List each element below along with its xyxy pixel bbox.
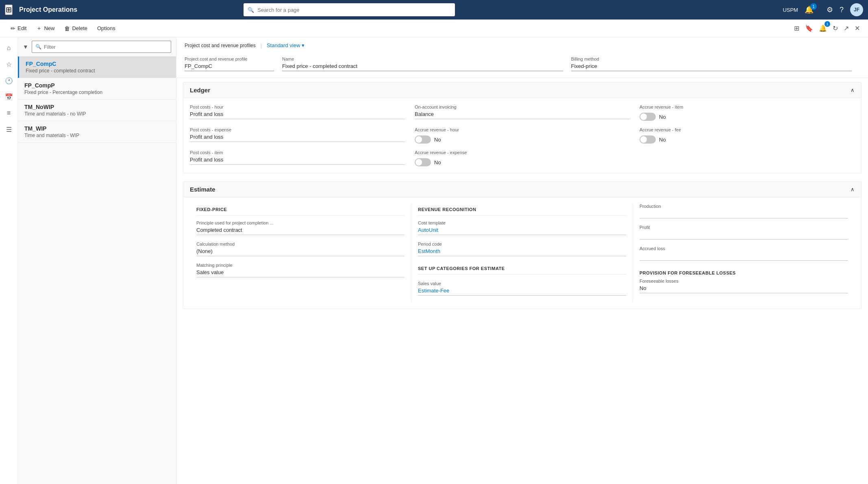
accrue-revenue-item-toggle-row: No bbox=[640, 113, 855, 121]
avatar[interactable]: JF bbox=[850, 3, 863, 16]
accrue-revenue-item-field: Accrue revenue - item No bbox=[640, 105, 855, 121]
post-costs-hour-field: Post costs - hour Profit and loss bbox=[190, 105, 405, 121]
open-external-icon[interactable]: ↗ bbox=[842, 23, 851, 34]
sidebar-list: FP_CompC Fixed price - completed contrac… bbox=[18, 57, 176, 484]
sidebar-item-fp-compp[interactable]: FP_CompP Fixed price - Percentage comple… bbox=[18, 78, 176, 100]
close-icon[interactable]: ✕ bbox=[853, 23, 861, 34]
filter-input[interactable] bbox=[44, 44, 168, 50]
sidebar: ▼ 🔍 FP_CompC Fixed price - completed con… bbox=[18, 37, 176, 484]
username-label: USPM bbox=[783, 7, 798, 13]
ledger-grid: Post costs - hour Profit and loss On-acc… bbox=[190, 105, 855, 166]
ledger-section-header[interactable]: Ledger ∧ bbox=[183, 83, 861, 98]
fixed-price-col: FIXED-PRICE Principle used for project c… bbox=[190, 204, 411, 302]
name-field: Name Fixed price - completed contract bbox=[282, 54, 571, 74]
profit-field: Profit bbox=[640, 225, 848, 240]
options-button[interactable]: Options bbox=[93, 23, 120, 34]
search-bar[interactable]: 🔍 bbox=[244, 3, 455, 16]
accrue-revenue-hour-field: Accrue revenue - hour No bbox=[415, 127, 630, 144]
ledger-section: Ledger ∧ Post costs - hour Profit and lo… bbox=[183, 82, 861, 173]
estimate-collapse-icon: ∧ bbox=[851, 186, 855, 192]
nav-star-icon[interactable]: ☆ bbox=[2, 57, 16, 72]
cost-template-field: Cost template AutoUnit bbox=[418, 220, 626, 235]
accrue-revenue-hour-toggle[interactable] bbox=[415, 135, 431, 144]
grid-menu-icon[interactable]: ⊞ bbox=[5, 4, 13, 15]
nav-menu-icon[interactable]: ☰ bbox=[2, 122, 16, 137]
filter-input-wrapper[interactable]: 🔍 bbox=[32, 41, 171, 53]
edit-button[interactable]: ✏ Edit bbox=[7, 23, 30, 34]
app-title: Project Operations bbox=[19, 6, 77, 13]
cmd-bar-right: ⊞ 🔖 🔔1 ↻ ↗ ✕ bbox=[792, 23, 861, 34]
chevron-down-icon: ▾ bbox=[302, 42, 305, 48]
add-icon: ＋ bbox=[36, 25, 42, 32]
profile-form: Project cost and revenue profile FP_Comp… bbox=[185, 50, 860, 78]
period-code-field: Period code EstMonth bbox=[418, 242, 626, 256]
ledger-title: Ledger bbox=[190, 87, 210, 94]
content-area: Project cost and revenue profiles | Stan… bbox=[176, 37, 868, 484]
ledger-empty bbox=[640, 150, 855, 166]
sidebar-item-tm-wip[interactable]: TM_WIP Time and materials - WIP bbox=[18, 121, 176, 143]
help-icon[interactable]: ? bbox=[840, 6, 844, 14]
estimate-section-header[interactable]: Estimate ∧ bbox=[183, 182, 861, 197]
refresh-icon[interactable]: ↻ bbox=[831, 23, 840, 34]
top-bar: ⊞ Project Operations 🔍 USPM 🔔 1 ⚙ ? JF bbox=[0, 0, 868, 20]
sidebar-filter-icon[interactable]: ▼ bbox=[23, 44, 28, 50]
nav-home-icon[interactable]: ⌂ bbox=[2, 41, 16, 55]
breadcrumb: Project cost and revenue profiles | Stan… bbox=[185, 42, 860, 48]
edit-icon: ✏ bbox=[11, 25, 15, 32]
settings-icon[interactable]: ⚙ bbox=[827, 5, 833, 14]
accrue-revenue-fee-toggle[interactable] bbox=[640, 135, 656, 144]
breadcrumb-parent: Project cost and revenue profiles bbox=[185, 43, 256, 48]
ledger-body: Post costs - hour Profit and loss On-acc… bbox=[183, 98, 861, 173]
on-account-invoicing-field: On-account invoicing Balance bbox=[415, 105, 630, 121]
notification-icon[interactable]: 🔔 1 bbox=[805, 5, 820, 14]
estimate-section: Estimate ∧ FIXED-PRICE Principle used fo… bbox=[183, 181, 861, 309]
sidebar-item-fp-compc[interactable]: FP_CompC Fixed price - completed contrac… bbox=[18, 57, 176, 78]
accrue-revenue-expense-toggle[interactable] bbox=[415, 158, 431, 166]
notification-bell-icon[interactable]: 🔔1 bbox=[817, 23, 829, 34]
new-button[interactable]: ＋ New bbox=[32, 22, 59, 35]
accrue-revenue-expense-field: Accrue revenue - expense No bbox=[415, 150, 630, 166]
sidebar-toolbar: ▼ 🔍 bbox=[18, 37, 176, 57]
accrue-revenue-fee-field: Accrue revenue - fee No bbox=[640, 127, 855, 144]
production-col: Production Profit Accrued loss PROV bbox=[633, 204, 855, 302]
estimate-body: FIXED-PRICE Principle used for project c… bbox=[183, 197, 861, 309]
standard-view-button[interactable]: Standard view ▾ bbox=[267, 42, 305, 48]
nav-recent-icon[interactable]: 🕐 bbox=[2, 73, 16, 88]
ledger-collapse-icon: ∧ bbox=[851, 87, 855, 93]
post-costs-item-field: Post costs - item Profit and loss bbox=[190, 150, 405, 166]
top-bar-right: USPM 🔔 1 ⚙ ? JF bbox=[783, 3, 863, 16]
principle-field: Principle used for project completion ..… bbox=[196, 220, 405, 235]
set-up-categories-header: SET UP CATEGORIES FOR ESTIMATE bbox=[418, 263, 626, 275]
delete-button[interactable]: 🗑 Delete bbox=[60, 23, 91, 34]
search-input[interactable] bbox=[257, 7, 451, 13]
left-nav: ⌂ ☆ 🕐 📅 ≡ ☰ bbox=[0, 37, 18, 484]
main-layout: ⌂ ☆ 🕐 📅 ≡ ☰ ▼ 🔍 FP_CompC Fixed price - c… bbox=[0, 37, 868, 484]
estimate-title: Estimate bbox=[190, 186, 215, 193]
profile-field: Project cost and revenue profile FP_Comp… bbox=[185, 54, 282, 74]
accrue-revenue-item-toggle[interactable] bbox=[640, 113, 656, 121]
calculation-method-field: Calculation method (None) bbox=[196, 242, 405, 256]
matching-principle-field: Matching principle Sales value bbox=[196, 263, 405, 277]
command-bar: ✏ Edit ＋ New 🗑 Delete Options ⊞ 🔖 🔔1 ↻ ↗… bbox=[0, 20, 868, 37]
sales-value-field: Sales value Estimate-Fee bbox=[418, 281, 626, 296]
grid-view-icon[interactable]: ⊞ bbox=[792, 23, 801, 34]
revenue-recognition-col: REVENUE RECOGNITION Cost template AutoUn… bbox=[411, 204, 633, 302]
sidebar-item-tm-nowip[interactable]: TM_NoWIP Time and materials - no WIP bbox=[18, 100, 176, 121]
billing-method-field: Billing method Fixed-price bbox=[571, 54, 860, 74]
search-icon: 🔍 bbox=[248, 7, 254, 13]
notification-badge: 1 bbox=[810, 3, 817, 10]
content-header: Project cost and revenue profiles | Stan… bbox=[176, 37, 868, 78]
post-costs-expense-field: Post costs - expense Profit and loss bbox=[190, 127, 405, 144]
nav-list-icon[interactable]: ≡ bbox=[2, 106, 16, 120]
filter-search-icon: 🔍 bbox=[35, 44, 41, 50]
bookmark-icon[interactable]: 🔖 bbox=[803, 23, 815, 34]
accrued-loss-field: Accrued loss bbox=[640, 246, 848, 261]
delete-icon: 🗑 bbox=[64, 25, 70, 32]
production-field: Production bbox=[640, 204, 848, 218]
provision-field: PROVISION FOR FORESEEABLE LOSSES Foresee… bbox=[640, 267, 848, 293]
estimate-grid: FIXED-PRICE Principle used for project c… bbox=[190, 204, 855, 302]
nav-calendar-icon[interactable]: 📅 bbox=[2, 89, 16, 104]
